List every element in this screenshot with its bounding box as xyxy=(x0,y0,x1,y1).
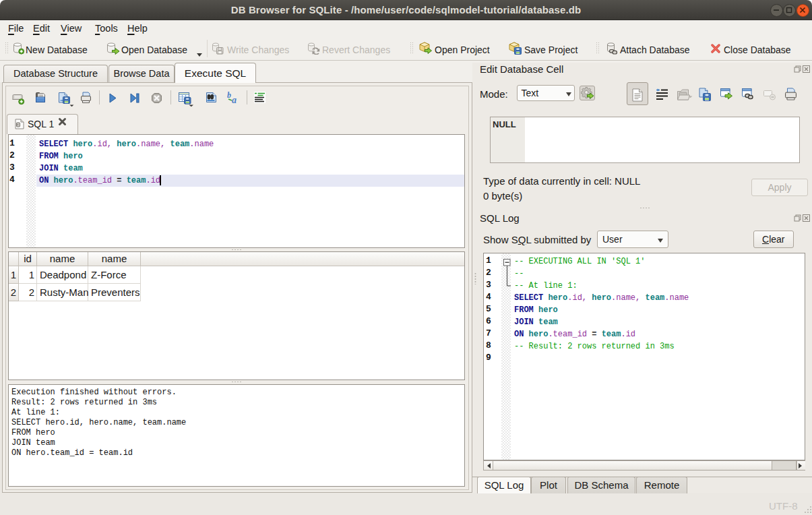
svg-text:b: b xyxy=(227,91,231,100)
svg-text:a: a xyxy=(232,95,237,104)
